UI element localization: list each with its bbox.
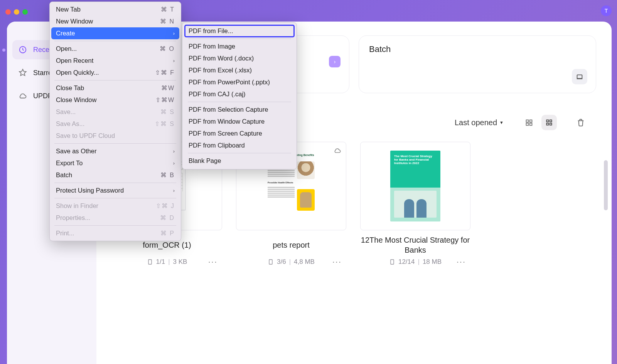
- profile-avatar[interactable]: T: [601, 5, 612, 16]
- menu-item-shortcut: ⇧⌘ S: [155, 120, 175, 127]
- menu-item-label: PDF from Excel (.xlsx): [189, 67, 252, 74]
- chevron-down-icon: ▼: [499, 120, 504, 125]
- menu-item-save-as-other[interactable]: Save as Other›: [51, 145, 179, 157]
- menu-item-label: Open...: [56, 45, 77, 52]
- window-controls: [5, 9, 28, 15]
- submenu-item-pdf-from-window-capture[interactable]: PDF from Window Capture: [185, 116, 294, 127]
- chevron-right-icon: ›: [329, 56, 341, 67]
- menu-item-create[interactable]: Create›: [51, 27, 179, 39]
- menu-item-export-to[interactable]: Export To›: [51, 157, 179, 169]
- pages-icon: [268, 259, 274, 265]
- menu-item-label: Batch: [56, 171, 72, 179]
- menu-item-label: Save As...: [56, 120, 84, 127]
- view-grid-button[interactable]: [541, 115, 557, 130]
- document-more-button[interactable]: ···: [457, 257, 466, 267]
- indicator-dot: [2, 49, 5, 52]
- svg-rect-7: [550, 120, 552, 122]
- menu-item-print: Print...⌘ P: [51, 227, 179, 239]
- chevron-right-icon: ›: [173, 148, 175, 154]
- document-more-button[interactable]: ···: [208, 257, 217, 267]
- menu-separator: [188, 153, 291, 153]
- svg-rect-2: [526, 120, 529, 122]
- document-pages: 3/6: [277, 258, 286, 266]
- document-card[interactable]: The Most Crucial Strategy for Banks and …: [360, 142, 470, 266]
- menu-separator: [54, 198, 176, 198]
- submenu-item-pdf-from-file[interactable]: PDF from File...: [185, 25, 294, 37]
- menu-item-new-window[interactable]: New Window⌘ N: [51, 15, 179, 27]
- menu-item-shortcut: ⌘W: [161, 84, 175, 92]
- submenu-item-pdf-from-clipboard[interactable]: PDF from Clipboard: [185, 139, 294, 151]
- submenu-item-blank-page[interactable]: Blank Page: [185, 155, 294, 167]
- cloud-icon: [17, 90, 29, 102]
- submenu-item-pdf-from-caj-caj[interactable]: PDF from CAJ (.caj): [185, 88, 294, 100]
- document-meta: 3/6 | 4,8 MB ···: [236, 258, 346, 266]
- menu-item-label: New Tab: [56, 6, 81, 13]
- menu-item-label: Save...: [56, 108, 76, 116]
- menu-item-protect-using-password[interactable]: Protect Using Password›: [51, 185, 179, 196]
- menu-item-label: New Window: [56, 18, 93, 25]
- menu-item-label: Close Tab: [56, 84, 84, 92]
- thumb-sub: Possible Health Effects: [268, 181, 315, 184]
- document-size: 18 MB: [423, 258, 442, 266]
- stack-icon: [572, 69, 587, 84]
- menu-item-close-window[interactable]: Close Window⇧⌘W: [51, 94, 179, 106]
- document-meta: 12/14 | 18 MB ···: [360, 258, 470, 266]
- meta-separator: |: [168, 258, 170, 266]
- menu-item-show-in-finder: Show in Finder⇧⌘ J: [51, 200, 179, 212]
- submenu-item-pdf-from-selection-capture[interactable]: PDF from Selection Capture: [185, 104, 294, 116]
- minimize-window-button[interactable]: [14, 9, 19, 15]
- menu-item-label: Save to UPDF Cloud: [56, 132, 115, 139]
- menu-item-close-tab[interactable]: Close Tab⌘W: [51, 82, 179, 94]
- view-list-button[interactable]: [521, 115, 537, 130]
- document-more-button[interactable]: ···: [332, 257, 342, 267]
- menu-item-open[interactable]: Open...⌘ O: [51, 43, 179, 55]
- menu-item-shortcut: ⌘ B: [160, 171, 175, 179]
- scrollbar-thumb[interactable]: [604, 160, 608, 210]
- menu-item-open-quickly[interactable]: Open Quickly...⇧⌘ F: [51, 67, 179, 79]
- submenu-item-pdf-from-excel-xlsx[interactable]: PDF from Excel (.xlsx): [185, 64, 294, 76]
- submenu-item-pdf-from-screen-capture[interactable]: PDF from Screen Capture: [185, 127, 294, 139]
- cloud-icon: [332, 145, 343, 156]
- file-menu: New Tab⌘ TNew Window⌘ NCreate›Open...⌘ O…: [49, 2, 181, 241]
- svg-rect-3: [530, 120, 532, 122]
- menu-item-label: PDF from CAJ (.caj): [189, 91, 246, 98]
- zoom-window-button[interactable]: [22, 9, 28, 15]
- menu-item-new-tab[interactable]: New Tab⌘ T: [51, 3, 179, 15]
- meta-separator: |: [289, 258, 291, 266]
- menu-item-label: Blank Page: [189, 157, 221, 164]
- menu-item-label: Export To: [56, 159, 83, 167]
- submenu-item-pdf-from-word-docx[interactable]: PDF from Word (.docx): [185, 52, 294, 64]
- menu-item-label: PDF from PowerPoint (.pptx): [189, 79, 270, 86]
- menu-item-shortcut: ⌘ N: [160, 18, 175, 25]
- svg-rect-10: [148, 260, 152, 264]
- menu-item-save-as: Save As...⇧⌘ S: [51, 118, 179, 130]
- menu-item-label: Properties...: [56, 214, 90, 221]
- submenu-item-pdf-from-image[interactable]: PDF from Image: [185, 40, 294, 52]
- sort-dropdown[interactable]: Last opened ▼: [455, 118, 504, 127]
- pages-icon: [389, 259, 395, 265]
- close-window-button[interactable]: [5, 9, 11, 15]
- menu-separator: [54, 41, 176, 41]
- submenu-item-pdf-from-powerpoint-pptx[interactable]: PDF from PowerPoint (.pptx): [185, 76, 294, 88]
- svg-rect-4: [526, 123, 529, 126]
- chevron-right-icon: ›: [173, 58, 175, 64]
- sort-label: Last opened: [455, 118, 497, 127]
- batch-card-title: Batch: [369, 44, 586, 54]
- menu-item-label: PDF from Window Capture: [189, 118, 265, 125]
- menu-item-label: PDF from Image: [189, 43, 235, 50]
- menu-item-shortcut: ⌘ D: [160, 214, 175, 221]
- document-title: pets report: [236, 235, 346, 255]
- trash-button[interactable]: [573, 115, 588, 130]
- menu-item-batch[interactable]: Batch⌘ B: [51, 169, 179, 181]
- svg-rect-6: [546, 120, 548, 122]
- menu-item-open-recent[interactable]: Open Recent›: [51, 55, 179, 67]
- batch-card[interactable]: Batch: [359, 35, 596, 93]
- document-thumbnail: The Most Crucial Strategy for Banks and …: [360, 142, 470, 230]
- svg-rect-8: [546, 123, 548, 125]
- menu-item-shortcut: ⌘ S: [160, 108, 175, 116]
- chevron-right-icon: ›: [173, 160, 175, 166]
- pages-icon: [147, 259, 153, 265]
- menu-item-label: PDF from Word (.docx): [189, 55, 254, 62]
- document-size: 3 KB: [173, 258, 187, 266]
- menu-item-label: Close Window: [56, 96, 96, 104]
